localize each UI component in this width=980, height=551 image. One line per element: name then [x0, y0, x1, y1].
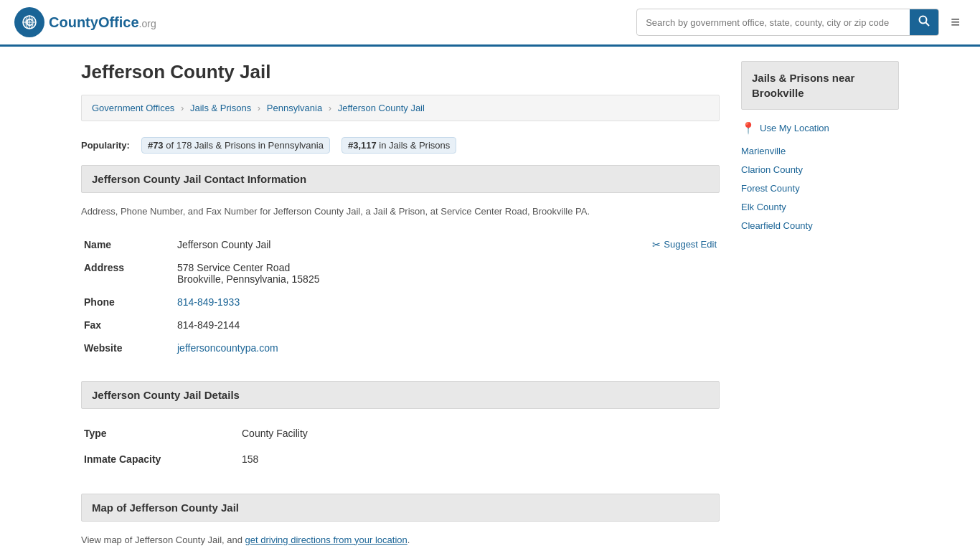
- address-value: 578 Service Center Road Brookville, Penn…: [174, 256, 720, 291]
- details-section-header: Jefferson County Jail Details: [81, 381, 720, 409]
- capacity-label: Inmate Capacity: [81, 446, 239, 472]
- location-pin-icon: 📍: [741, 121, 755, 135]
- logo-icon: C: [14, 7, 44, 37]
- sidebar-header: Jails & Prisons near Brookville: [741, 61, 899, 110]
- table-row-fax: Fax 814-849-2144: [81, 314, 720, 336]
- breadcrumb-link-jail[interactable]: Jefferson County Jail: [338, 103, 425, 113]
- search-bar: [636, 9, 939, 36]
- suggest-edit-icon: ✂: [652, 239, 661, 250]
- nearby-link-forest[interactable]: Forest County: [741, 183, 800, 194]
- address-label: Address: [81, 256, 174, 291]
- website-value: jeffersoncountypa.com: [174, 336, 720, 359]
- phone-link[interactable]: 814-849-1933: [177, 296, 240, 308]
- phone-label: Phone: [81, 291, 174, 314]
- svg-line-8: [926, 23, 930, 27]
- page-title: Jefferson County Jail: [81, 61, 720, 83]
- main-content: Jefferson County Jail Government Offices…: [81, 61, 720, 551]
- table-row-address: Address 578 Service Center Road Brookvil…: [81, 256, 720, 291]
- fax-value: 814-849-2144: [174, 314, 720, 336]
- logo-text: CountyOffice.org: [49, 14, 156, 31]
- details-table: Type County Facility Inmate Capacity 158: [81, 420, 720, 472]
- map-description: View map of Jefferson County Jail, and g…: [81, 533, 720, 547]
- hamburger-menu[interactable]: ≡: [945, 10, 966, 34]
- list-item-clarion: Clarion County: [741, 164, 899, 175]
- svg-point-7: [920, 17, 927, 24]
- site-header: C CountyOffice.org ≡: [0, 0, 980, 47]
- breadcrumb: Government Offices › Jails & Prisons › P…: [81, 95, 720, 121]
- directions-link[interactable]: get driving directions from your locatio…: [245, 534, 407, 545]
- sidebar: Jails & Prisons near Brookville 📍 Use My…: [741, 61, 899, 551]
- list-item-forest: Forest County: [741, 182, 899, 194]
- popularity-rank1: #73 of 178 Jails & Prisons in Pennsylvan…: [141, 137, 330, 154]
- contact-section: Jefferson County Jail Contact Informatio…: [81, 165, 720, 359]
- use-my-location: 📍 Use My Location: [741, 121, 899, 135]
- use-location-link[interactable]: Use My Location: [760, 123, 829, 133]
- search-icon: [918, 15, 930, 27]
- breadcrumb-link-pennsylvania[interactable]: Pennsylvania: [267, 103, 322, 113]
- list-item-marienville: Marienville: [741, 145, 899, 156]
- contact-description: Address, Phone Number, and Fax Number fo…: [81, 204, 720, 219]
- nearby-link-clearfield[interactable]: Clearfield County: [741, 220, 813, 231]
- phone-value: 814-849-1933: [174, 291, 720, 314]
- table-row-website: Website jeffersoncountypa.com: [81, 336, 720, 359]
- table-row-type: Type County Facility: [81, 420, 720, 446]
- website-link[interactable]: jeffersoncountypa.com: [177, 342, 278, 354]
- nearby-link-elk[interactable]: Elk County: [741, 202, 786, 212]
- type-label: Type: [81, 420, 239, 446]
- table-row-phone: Phone 814-849-1933: [81, 291, 720, 314]
- type-value: County Facility: [239, 420, 720, 446]
- nearby-links-list: Marienville Clarion County Forest County…: [741, 145, 899, 231]
- breadcrumb-link-gov-offices[interactable]: Government Offices: [92, 103, 174, 113]
- search-input[interactable]: [637, 11, 910, 34]
- table-row-name: Name Jefferson County Jail ✂ Suggest Edi…: [81, 233, 720, 256]
- popularity-rank2: #3,117 in Jails & Prisons: [341, 137, 456, 154]
- name-value: Jefferson County Jail ✂ Suggest Edit: [174, 233, 720, 256]
- nearby-link-marienville[interactable]: Marienville: [741, 146, 786, 156]
- table-row-capacity: Inmate Capacity 158: [81, 446, 720, 472]
- search-button[interactable]: [910, 9, 938, 35]
- suggest-edit-link[interactable]: ✂ Suggest Edit: [652, 239, 717, 250]
- contact-table: Name Jefferson County Jail ✂ Suggest Edi…: [81, 233, 720, 359]
- name-label: Name: [81, 233, 174, 256]
- list-item-clearfield: Clearfield County: [741, 220, 899, 231]
- website-label: Website: [81, 336, 174, 359]
- list-item-elk: Elk County: [741, 201, 899, 212]
- nearby-link-clarion[interactable]: Clarion County: [741, 164, 803, 175]
- popularity-bar: Popularity: #73 of 178 Jails & Prisons i…: [81, 131, 720, 165]
- popularity-label: Popularity:: [81, 140, 130, 151]
- capacity-value: 158: [239, 446, 720, 472]
- page-container: Jefferson County Jail Government Offices…: [67, 47, 913, 551]
- search-area: ≡: [636, 9, 966, 36]
- map-section-header: Map of Jefferson County Jail: [81, 494, 720, 522]
- fax-label: Fax: [81, 314, 174, 336]
- breadcrumb-link-jails[interactable]: Jails & Prisons: [190, 103, 251, 113]
- logo-area: C CountyOffice.org: [14, 7, 156, 37]
- contact-section-header: Jefferson County Jail Contact Informatio…: [81, 165, 720, 193]
- map-section: Map of Jefferson County Jail View map of…: [81, 494, 720, 547]
- details-section: Jefferson County Jail Details Type Count…: [81, 381, 720, 472]
